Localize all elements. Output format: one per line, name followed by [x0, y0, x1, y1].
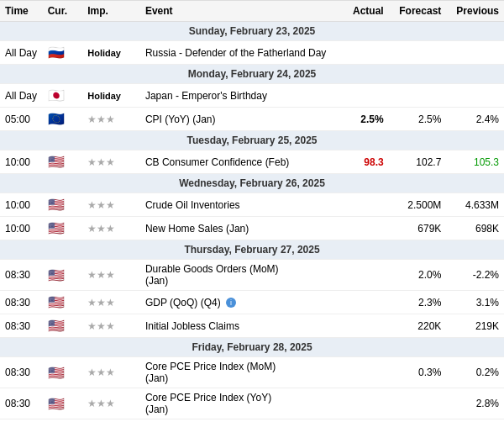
- table-row: 08:30🇺🇸★★★Initial Jobless Claims220K219K: [0, 314, 504, 338]
- cell-time: All Day: [0, 84, 43, 108]
- cell-importance: ★★★: [82, 314, 140, 338]
- cell-time: 08:30: [0, 388, 43, 419]
- star-icon: ★: [87, 320, 97, 332]
- cell-forecast: 0.3%: [389, 357, 447, 388]
- header-time: Time: [0, 1, 43, 22]
- actual-value: 98.3: [364, 156, 383, 168]
- previous-value: 105.3: [474, 156, 499, 168]
- table-row: 10:00🇺🇸★★★CB Consumer Confidence (Feb)98…: [0, 150, 504, 174]
- star-icon: ★: [97, 367, 106, 378]
- cell-previous: 219K: [446, 314, 504, 338]
- cell-actual: [335, 314, 388, 338]
- header-imp: Imp.: [82, 1, 140, 22]
- cell-forecast: 679K: [389, 217, 447, 240]
- cell-event: Chicago PMI (Feb): [140, 419, 335, 423]
- header-forecast: Forecast: [389, 1, 447, 22]
- flag-icon: 🇺🇸: [48, 319, 65, 333]
- day-header-row: Friday, February 28, 2025: [0, 338, 504, 357]
- cell-event: Crude Oil Inventories: [140, 193, 335, 217]
- cell-importance: ★★★: [82, 419, 140, 423]
- star-icon: ★: [87, 156, 97, 168]
- cell-actual: [335, 388, 388, 419]
- cell-currency: 🇺🇸: [43, 291, 83, 314]
- cell-forecast: 102.7: [389, 150, 447, 174]
- day-label: Thursday, February 27, 2025: [0, 240, 504, 260]
- cell-actual: [335, 41, 388, 65]
- day-header-row: Monday, February 24, 2025: [0, 65, 504, 84]
- cell-event: Russia - Defender of the Fatherland Day: [140, 41, 335, 65]
- cell-previous: 698K: [446, 217, 504, 240]
- cell-event: GDP (QoQ) (Q4) i: [140, 291, 335, 314]
- cell-importance: ★★★: [82, 217, 140, 240]
- cell-forecast: 2.3%: [389, 291, 447, 314]
- star-icon: ★: [87, 398, 97, 409]
- cell-time: 08:30: [0, 291, 43, 314]
- star-icon: ★: [87, 297, 97, 309]
- table-row: 08:30🇺🇸★★★GDP (QoQ) (Q4) i2.3%3.1%: [0, 291, 504, 314]
- cell-currency: 🇺🇸: [43, 357, 83, 388]
- star-icon: ★: [87, 113, 97, 125]
- star-icon: ★: [106, 223, 115, 235]
- star-icon: ★: [106, 398, 115, 409]
- event-name: GDP (QoQ) (Q4) i: [145, 297, 236, 309]
- cell-currency: 🇺🇸: [43, 260, 83, 291]
- event-name: Crude Oil Inventories: [145, 199, 240, 211]
- star-icon: ★: [106, 156, 115, 168]
- cell-time: 05:00: [0, 108, 43, 131]
- header-cur: Cur.: [43, 1, 83, 22]
- star-icon: ★: [87, 199, 97, 211]
- event-name: CPI (YoY) (Jan): [145, 113, 216, 125]
- flag-icon: 🇪🇺: [48, 112, 65, 126]
- cell-forecast: 2.0%: [389, 260, 447, 291]
- cell-currency: 🇯🇵: [43, 84, 83, 108]
- table-row: All Day🇯🇵HolidayJapan - Emperor's Birthd…: [0, 84, 504, 108]
- day-label: Sunday, February 23, 2025: [0, 22, 504, 41]
- cell-importance: ★★★: [82, 291, 140, 314]
- star-icon: ★: [97, 199, 106, 211]
- flag-icon: 🇺🇸: [48, 198, 65, 212]
- event-name: Durable Goods Orders (MoM): [145, 263, 279, 275]
- cell-importance: Holiday: [82, 84, 140, 108]
- table-row: 09:45🇺🇸★★★Chicago PMI (Feb)40.339.5: [0, 419, 504, 423]
- cell-event: New Home Sales (Jan): [140, 217, 335, 240]
- cell-previous: [446, 84, 504, 108]
- cell-currency: 🇺🇸: [43, 419, 83, 423]
- cell-event: CPI (YoY) (Jan): [140, 108, 335, 131]
- cell-actual: [335, 357, 388, 388]
- cell-actual: [335, 260, 388, 291]
- event-sub: (Jan): [145, 404, 168, 415]
- star-icon: ★: [106, 320, 115, 332]
- cell-actual: [335, 84, 388, 108]
- cell-importance: ★★★: [82, 193, 140, 217]
- event-sub: (Jan): [145, 372, 168, 384]
- star-icon: ★: [97, 398, 106, 409]
- table-header: Time Cur. Imp. Event Actual Forecast Pre…: [0, 1, 504, 22]
- cell-importance: ★★★: [82, 388, 140, 419]
- day-header-row: Wednesday, February 26, 2025: [0, 174, 504, 193]
- star-icon: ★: [97, 156, 106, 168]
- cell-event: Core PCE Price Index (MoM)(Jan): [140, 357, 335, 388]
- cell-actual: [335, 217, 388, 240]
- cell-previous: 105.3: [446, 150, 504, 174]
- info-icon[interactable]: i: [226, 298, 236, 308]
- event-sub: (Jan): [145, 275, 168, 287]
- star-icon: ★: [106, 113, 115, 125]
- cell-currency: 🇷🇺: [43, 41, 83, 65]
- header-event: Event: [140, 1, 335, 22]
- event-name: Core PCE Price Index (YoY): [145, 392, 271, 404]
- cell-previous: 2.4%: [446, 108, 504, 131]
- event-name: Russia - Defender of the Fatherland Day: [145, 47, 326, 59]
- table-row: All Day🇷🇺HolidayRussia - Defender of the…: [0, 41, 504, 65]
- header-actual: Actual: [335, 1, 388, 22]
- event-name: Japan - Emperor's Birthday: [145, 90, 267, 102]
- star-icon: ★: [87, 223, 97, 235]
- cell-currency: 🇺🇸: [43, 150, 83, 174]
- cell-actual: 2.5%: [335, 108, 388, 131]
- cell-forecast: [389, 388, 447, 419]
- cell-event: Core PCE Price Index (YoY)(Jan): [140, 388, 335, 419]
- day-label: Wednesday, February 26, 2025: [0, 174, 504, 193]
- cell-forecast: 220K: [389, 314, 447, 338]
- cell-forecast: [389, 41, 447, 65]
- cell-forecast: [389, 84, 447, 108]
- table-row: 05:00🇪🇺★★★CPI (YoY) (Jan)2.5%2.5%2.4%: [0, 108, 504, 131]
